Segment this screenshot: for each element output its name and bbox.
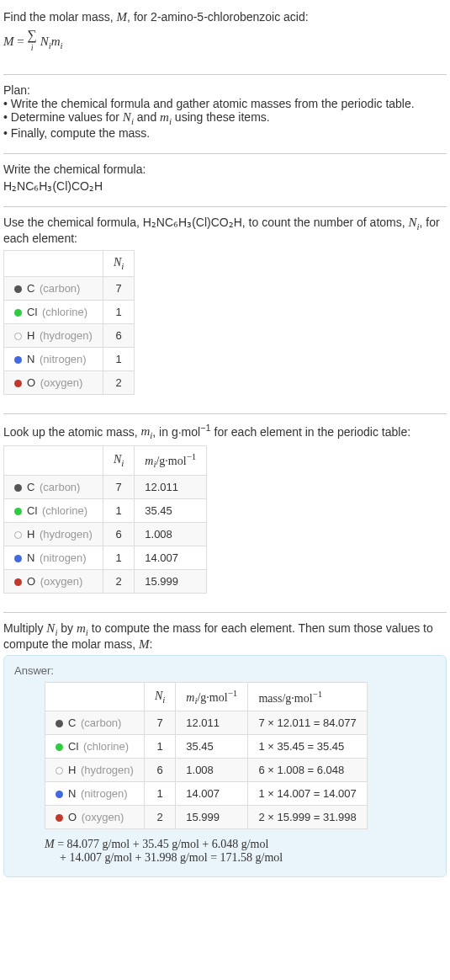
element-dot-icon: [14, 578, 22, 586]
element-cell: H (hydrogen): [45, 759, 145, 782]
element-dot-icon: [14, 380, 22, 387]
element-cell: Cl (chlorine): [4, 300, 103, 323]
plan-b2-pre: • Determine values for: [3, 110, 123, 124]
element-cell: Cl (chlorine): [4, 498, 103, 522]
n-value: 6: [144, 759, 175, 782]
final-equation-2: + 14.007 g/mol + 31.998 g/mol = 171.58 g…: [60, 851, 436, 865]
ca-N: N: [409, 216, 417, 229]
eq-N: N: [40, 35, 49, 48]
mu-by: by: [57, 621, 77, 635]
mu-M: M: [139, 637, 150, 651]
element-dot-icon: [56, 767, 63, 775]
element-name: (hydrogen): [40, 329, 93, 342]
answer-table: Ni mi/g·mol−1 mass/g·mol−1 C (carbon)712…: [45, 682, 368, 829]
element-cell: N (nitrogen): [45, 782, 145, 806]
element-name: (chlorine): [42, 306, 87, 318]
m-value: 15.999: [176, 806, 248, 829]
count-atoms-text: Use the chemical formula, H₂NC₆H₃(Cl)CO₂…: [3, 216, 447, 245]
m-value: 35.45: [176, 735, 248, 759]
element-name: (carbon): [81, 716, 121, 729]
table-row: H (hydrogen)61.0086 × 1.008 = 6.048: [45, 759, 368, 782]
plan-bullet-3: • Finally, compute the mass.: [3, 126, 447, 140]
multiply-section: Multiply Ni by mi to compute the mass fo…: [3, 618, 447, 886]
element-name: (chlorine): [42, 504, 87, 517]
table-row: N (nitrogen)114.007: [4, 546, 207, 569]
amunit: /g·mol: [197, 691, 227, 704]
aNi: i: [162, 695, 165, 705]
element-name: (oxygen): [40, 376, 83, 389]
element-symbol: C: [68, 716, 76, 729]
element-symbol: N: [27, 551, 34, 564]
table-row: Cl (chlorine)135.45: [4, 498, 207, 522]
element-symbol: N: [27, 353, 34, 365]
element-cell: O (oxygen): [4, 370, 103, 394]
element-cell: C (carbon): [4, 475, 103, 498]
element-symbol: O: [68, 811, 77, 823]
hN: N: [114, 256, 121, 269]
divider: [3, 153, 447, 154]
lu-pre: Look up the atomic mass,: [3, 424, 140, 438]
table-row: C (carbon)712.011: [4, 475, 207, 498]
mass-value: 7 × 12.011 = 84.077: [248, 711, 367, 735]
plan-section: Plan: • Write the chemical formula and g…: [3, 80, 447, 148]
plan-b2-and: and: [134, 110, 160, 124]
element-dot-icon: [14, 285, 22, 293]
m-value: 1.008: [176, 759, 248, 782]
plan-b2-post: using these items.: [172, 110, 270, 124]
m-value: 1.008: [135, 522, 207, 546]
element-symbol: H: [68, 764, 76, 776]
th-N: Ni: [103, 446, 134, 475]
th-mass: mass/g·mol−1: [248, 682, 367, 711]
amexp: −1: [228, 688, 238, 698]
h2Ni: i: [121, 458, 124, 468]
var-N: N: [123, 110, 131, 124]
element-symbol: Cl: [68, 740, 78, 753]
element-cell: H (hydrogen): [4, 522, 103, 546]
n-value: 1: [103, 300, 134, 323]
element-dot-icon: [14, 555, 22, 562]
n-value: 2: [103, 569, 134, 593]
intro-text2: , for 2-amino-5-chlorobenzoic acid:: [127, 10, 309, 24]
element-dot-icon: [14, 333, 22, 340]
table-row: H (hydrogen)6: [4, 323, 135, 347]
m-value: 12.011: [176, 711, 248, 735]
mass-value: 1 × 14.007 = 14.007: [248, 782, 367, 806]
table-row: O (oxygen)2: [4, 370, 135, 394]
n-value: 1: [103, 546, 134, 569]
count-atoms-section: Use the chemical formula, H₂NC₆H₃(Cl)CO₂…: [3, 212, 447, 408]
chemical-formula: H₂NC₆H₃(Cl)CO₂H: [3, 179, 447, 193]
element-name: (nitrogen): [81, 787, 128, 800]
element-cell: C (carbon): [45, 711, 145, 735]
m-value: 15.999: [135, 569, 207, 593]
n-value: 7: [103, 276, 134, 300]
divider: [3, 612, 447, 613]
element-name: (hydrogen): [81, 764, 134, 776]
th-N: Ni: [103, 251, 134, 277]
eq-M: M: [3, 35, 14, 48]
element-symbol: O: [27, 376, 35, 389]
mu-colon: :: [150, 637, 153, 651]
element-symbol: Cl: [27, 306, 37, 318]
final-equation: M = 84.077 g/mol + 35.45 g/mol + 6.048 g…: [45, 838, 436, 851]
h2m: m: [145, 455, 153, 467]
element-dot-icon: [56, 791, 63, 798]
answer-box: Answer: Ni mi/g·mol−1 mass/g·mol−1 C (ca…: [3, 655, 447, 877]
var-M: M: [117, 10, 128, 24]
plan-bullet-1: • Write the chemical formula and gather …: [3, 97, 447, 110]
h2N: N: [114, 453, 121, 466]
plan-bullet-2: • Determine values for Ni and mi using t…: [3, 110, 447, 126]
eq-m: m: [51, 35, 61, 48]
n-value: 1: [103, 347, 134, 370]
table-row: Cl (chlorine)135.451 × 35.45 = 35.45: [45, 735, 368, 759]
lookup-text: Look up the atomic mass, mi, in g·mol−1 …: [3, 423, 447, 441]
element-symbol: O: [27, 575, 35, 588]
sigma-sub: i: [31, 43, 34, 52]
mass-value: 1 × 35.45 = 35.45: [248, 735, 367, 759]
answer-label: Answer:: [14, 664, 436, 677]
var-m: m: [160, 110, 169, 124]
table-row: N (nitrogen)1: [4, 347, 135, 370]
n-value: 6: [103, 522, 134, 546]
eq-equals: =: [14, 35, 28, 48]
lu-exp: −1: [200, 423, 211, 433]
lu-post: for each element in the periodic table:: [211, 424, 410, 438]
